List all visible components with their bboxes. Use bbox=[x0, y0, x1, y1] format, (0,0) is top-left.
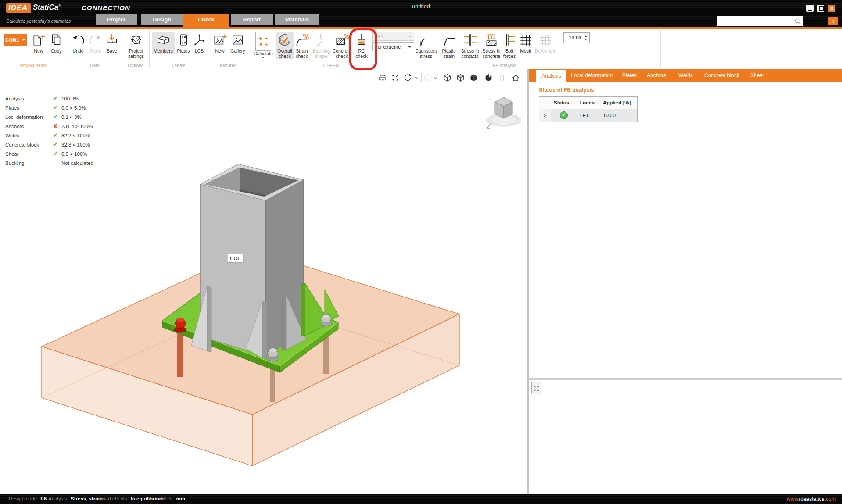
units-value: mm bbox=[176, 496, 185, 501]
undo-button[interactable]: Undo bbox=[69, 32, 87, 54]
info-button[interactable]: i bbox=[828, 17, 838, 25]
chevron-down-icon bbox=[22, 39, 25, 41]
stress-in-contacts-label: Stress in contacts bbox=[459, 48, 481, 59]
website-link[interactable]: www.ideastatica.com bbox=[787, 496, 836, 502]
calculate-button[interactable]: Calculate bbox=[251, 32, 276, 58]
viewport-3d[interactable]: Analysis✔100.0% Plates✔0.0 < 5.0% Loc. d… bbox=[0, 69, 527, 494]
project-settings-label: Project settings bbox=[124, 48, 148, 59]
ribbon-separator bbox=[149, 30, 150, 67]
document-title: untitled bbox=[0, 4, 842, 10]
save-icon bbox=[105, 32, 119, 48]
table-row[interactable]: > ✔ LE1 100.0 bbox=[539, 109, 638, 122]
gear-icon bbox=[129, 32, 143, 48]
copy-label: Copy bbox=[51, 48, 62, 54]
new-project-button[interactable]: New bbox=[29, 32, 48, 54]
new-project-icon bbox=[32, 32, 46, 48]
tab-analysis[interactable]: Analysis bbox=[536, 70, 566, 82]
mesh-label: Mesh bbox=[520, 48, 531, 54]
load-effects-value: In equilibrium bbox=[131, 496, 164, 501]
mesh-icon bbox=[519, 32, 533, 48]
new-picture-label: New bbox=[215, 48, 224, 54]
search-input[interactable] bbox=[717, 18, 794, 24]
results-tab-bar: Analysis Local deformation Plates Anchor… bbox=[529, 69, 842, 82]
extreme-value: For extreme bbox=[375, 44, 401, 50]
new-picture-button[interactable]: New bbox=[211, 32, 229, 54]
expand-panel-button[interactable] bbox=[531, 382, 541, 394]
strain-check-button[interactable]: Strain check bbox=[293, 32, 311, 59]
tab-welds[interactable]: Welds bbox=[678, 69, 693, 82]
scale-spinner[interactable]: 10.00 bbox=[563, 32, 590, 43]
extreme-selector[interactable]: For extreme bbox=[372, 42, 414, 51]
ribbon-separator bbox=[122, 30, 122, 67]
tab-local-deformation[interactable]: Local deformation bbox=[571, 69, 613, 82]
overall-check-icon bbox=[278, 32, 292, 48]
minimize-button[interactable] bbox=[806, 5, 814, 12]
save-label: Save bbox=[107, 48, 117, 54]
deformed-label: Deformed bbox=[535, 48, 555, 54]
equivalent-stress-icon bbox=[419, 32, 433, 48]
member-label[interactable]: COL bbox=[227, 254, 243, 262]
spinner-down-icon[interactable] bbox=[584, 39, 587, 40]
group-cbfem: CBFEM bbox=[301, 63, 362, 68]
stress-in-concrete-button[interactable]: Stress in concrete bbox=[480, 32, 503, 59]
project-item-label: CON1 bbox=[5, 37, 19, 43]
plates-label: Plates bbox=[177, 48, 190, 54]
plastic-strain-label: Plastic strain bbox=[439, 48, 459, 59]
tab-anchors[interactable]: Anchors bbox=[647, 69, 666, 82]
save-button[interactable]: Save bbox=[104, 32, 120, 54]
scene-3d[interactable]: COL bbox=[0, 69, 527, 494]
search-icon bbox=[794, 18, 803, 25]
new-project-label: New bbox=[34, 48, 43, 54]
panel-splitter[interactable] bbox=[529, 378, 842, 380]
copy-button[interactable]: Copy bbox=[47, 32, 65, 54]
ribbon-separator bbox=[248, 30, 248, 67]
analysis-type-label: Analysis: bbox=[48, 496, 68, 501]
equivalent-stress-button[interactable]: Equivalent stress bbox=[414, 32, 438, 59]
search-box[interactable] bbox=[717, 16, 803, 26]
table-header-row: Status Loads Applied [%] bbox=[539, 97, 638, 109]
spinner-up-icon[interactable] bbox=[584, 36, 587, 37]
group-pictures: Pictures bbox=[197, 63, 259, 68]
lcs-button[interactable]: LCS bbox=[191, 32, 207, 54]
tab-plates[interactable]: Plates bbox=[622, 69, 637, 82]
plates-button[interactable]: Plates bbox=[175, 32, 192, 54]
tab-shear[interactable]: Shear bbox=[750, 69, 764, 82]
mesh-button[interactable]: Mesh bbox=[518, 32, 534, 54]
bolt-forces-button[interactable]: Bolt forces bbox=[501, 32, 518, 59]
tab-report[interactable]: Report bbox=[231, 14, 273, 25]
plates-icon bbox=[176, 32, 190, 48]
bolt-forces-icon bbox=[502, 32, 516, 48]
ribbon-separator bbox=[67, 30, 67, 67]
project-settings-button[interactable]: Project settings bbox=[124, 32, 148, 59]
col-status: Status bbox=[551, 97, 577, 109]
scale-value: 10.00 bbox=[564, 35, 583, 40]
plastic-strain-button[interactable]: Plastic strain bbox=[439, 32, 459, 59]
design-code-value: EN bbox=[40, 496, 47, 501]
row-expander[interactable]: > bbox=[539, 109, 551, 122]
overall-check-button[interactable]: Overall check bbox=[276, 32, 294, 59]
redo-label: Redo bbox=[90, 48, 101, 54]
tab-concrete-block[interactable]: Concrete block bbox=[704, 69, 739, 82]
lcs-axes-icon bbox=[192, 32, 206, 48]
concrete-check-label: Concrete check bbox=[332, 48, 352, 59]
units-label: Units: bbox=[161, 496, 174, 501]
tab-project[interactable]: Project bbox=[96, 14, 137, 25]
minimize-icon bbox=[808, 10, 812, 11]
tab-design[interactable]: Design bbox=[141, 14, 183, 25]
maximize-button[interactable] bbox=[817, 5, 824, 12]
concrete-check-button[interactable]: Concrete check bbox=[332, 32, 352, 59]
chevron-down-icon bbox=[262, 57, 265, 58]
project-item-selector[interactable]: CON1 bbox=[4, 34, 27, 46]
members-button[interactable]: Members bbox=[152, 32, 175, 54]
close-button[interactable] bbox=[828, 5, 835, 12]
stress-in-contacts-button[interactable]: Stress in contacts bbox=[459, 32, 481, 59]
gallery-button[interactable]: Gallery bbox=[228, 32, 247, 54]
tab-check[interactable]: Check bbox=[183, 14, 229, 27]
ribbon-separator bbox=[411, 30, 411, 67]
rc-check-button[interactable]: RC check bbox=[353, 32, 370, 59]
undo-icon bbox=[71, 32, 85, 48]
tab-materials[interactable]: Materials bbox=[275, 14, 319, 25]
fe-analysis-table: Status Loads Applied [%] > ✔ LE1 100.0 bbox=[539, 96, 638, 122]
redo-icon bbox=[89, 32, 103, 48]
redo-button: Redo bbox=[87, 32, 104, 54]
